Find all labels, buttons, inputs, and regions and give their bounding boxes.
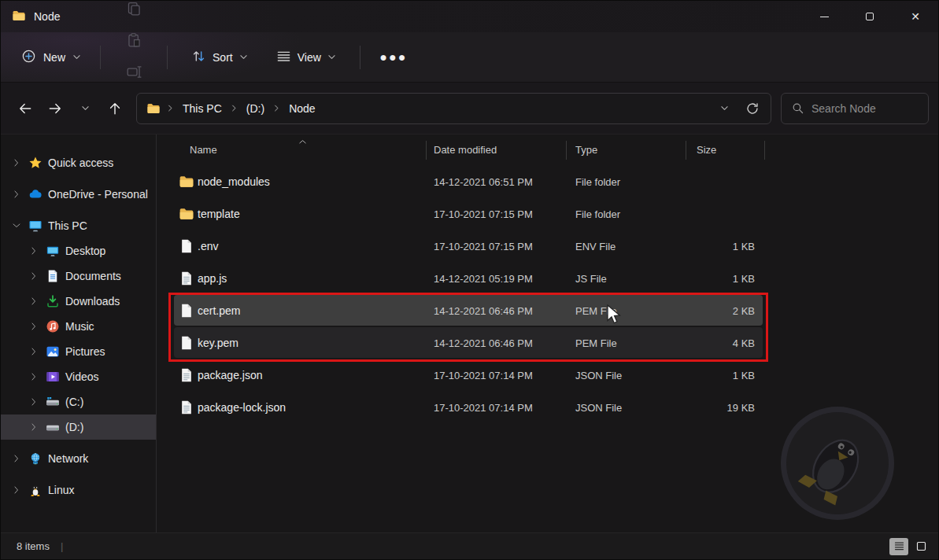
chevron-down-icon[interactable] [10,221,23,230]
chevron-down-icon [72,51,81,64]
chevron-right-icon[interactable] [10,485,23,495]
search-icon [791,101,804,115]
file-name: .env [198,240,218,252]
chevron-right-icon[interactable] [28,297,40,306]
breadcrumb-chevron-icon[interactable] [229,105,239,112]
file-row-node-modules[interactable]: node_modules14-12-2021 06:51 PMFile fold… [157,165,938,197]
file-date-modified: 14-12-2021 06:46 PM [434,337,533,348]
cloud-icon [28,187,43,201]
column-header-date-modified[interactable]: Date modified [434,144,497,156]
up-button[interactable] [100,94,130,123]
sidebar-item-network[interactable]: Network [1,446,156,471]
file-row-key-pem[interactable]: key.pem14-12-2021 06:46 PMPEM File4 KB [157,326,938,359]
breadcrumb-item[interactable]: This PC [176,98,229,119]
sidebar-item-documents[interactable]: Documents [1,263,156,289]
file-name: key.pem [198,337,238,349]
back-button[interactable] [10,94,40,123]
paste-button[interactable] [118,26,150,57]
chevron-right-icon[interactable] [10,158,23,168]
breadcrumb-item[interactable]: (D:) [239,98,272,119]
file-row--env[interactable]: .env17-10-2021 07:15 PMENV File1 KB [157,230,938,262]
sidebar-item-c[interactable]: (C:) [1,389,156,414]
folder-icon [179,206,194,222]
recent-locations-button[interactable] [70,94,100,123]
chevron-right-icon[interactable] [28,322,40,331]
new-button[interactable]: New [12,42,91,72]
chevron-right-icon[interactable] [28,422,40,432]
breadcrumb-item[interactable]: Node [282,98,322,119]
column-separator[interactable] [764,141,765,160]
file-date-modified: 17-10-2021 07:15 PM [434,208,533,219]
column-headers: NameDate modifiedTypeSize [157,134,938,165]
sidebar-item-label: Desktop [65,245,105,257]
file-row-package-json[interactable]: package.json17-10-2021 07:14 PMJSON File… [157,359,938,391]
breadcrumb-chevron-icon[interactable] [272,105,282,112]
more-options-button[interactable]: ●●● [378,42,409,73]
sidebar-item-quick-access[interactable]: Quick access [1,150,156,175]
details-view-button[interactable] [889,538,908,555]
file-type: File folder [575,175,620,187]
linux-icon [28,483,43,497]
chevron-right-icon[interactable] [28,271,40,281]
folder-icon [12,9,26,25]
column-header-name[interactable]: Name [190,144,217,156]
sidebar-item-label: Pictures [65,345,105,358]
file-size: 4 KB [660,337,755,348]
sidebar-item-desktop[interactable]: Desktop [1,238,156,263]
column-header-type[interactable]: Type [575,144,597,156]
file-row-template[interactable]: template17-10-2021 07:15 PMFile folder [157,197,938,230]
chevron-right-icon[interactable] [28,347,40,356]
column-separator[interactable] [566,141,567,160]
forward-button[interactable] [40,94,70,123]
column-separator[interactable] [686,141,686,160]
chevron-right-icon[interactable] [10,454,23,463]
file-row-app-js[interactable]: app.js14-12-2021 05:19 PMJS File1 KB [157,262,938,294]
minimize-button[interactable] [801,1,847,32]
file-size: 1 KB [660,369,755,381]
file-type: JSON File [575,401,622,413]
window-title: Node [34,10,60,23]
sidebar-item-linux[interactable]: Linux [1,477,156,503]
view-button[interactable]: View [267,42,346,72]
chevron-right-icon[interactable] [10,190,23,199]
file-text-icon [179,271,194,286]
linux-tux-watermark [781,407,894,520]
close-button[interactable]: ✕ [893,1,938,32]
sidebar-item-onedrive-personal[interactable]: OneDrive - Personal [1,182,156,207]
file-list-pane: NameDate modifiedTypeSize node_modules14… [157,134,938,532]
copy-button[interactable] [118,0,150,26]
file-row-package-lock-json[interactable]: package-lock.json17-10-2021 07:14 PMJSON… [157,391,938,423]
maximize-button[interactable] [847,1,893,32]
sidebar-item-this-pc[interactable]: This PC [1,213,156,238]
chevron-right-icon[interactable] [28,372,40,381]
search-input[interactable] [811,102,919,115]
thumbnail-view-button[interactable] [911,538,930,555]
breadcrumb-chevron-icon[interactable] [165,105,176,112]
file-name: node_modules [198,175,270,188]
file-name: cert.pem [198,304,240,317]
status-bar: 8 items | [1,532,938,559]
sidebar-item-d[interactable]: (D:) [1,414,156,440]
sidebar-item-label: OneDrive - Personal [48,188,148,201]
sidebar-item-music[interactable]: Music [1,314,156,339]
sidebar-item-videos[interactable]: Videos [1,364,156,389]
chevron-right-icon[interactable] [28,397,40,407]
sidebar-item-label: Videos [65,370,99,383]
file-type: ENV File [575,240,616,252]
chevron-right-icon[interactable] [28,246,40,256]
maximize-icon [866,13,874,20]
sidebar-item-label: Quick access [48,157,113,169]
address-dropdown-button[interactable] [711,96,738,121]
sort-button[interactable]: Sort [182,42,257,72]
file-name: package-lock.json [198,401,286,414]
sidebar-item-label: This PC [48,219,87,232]
items-count: 8 items [17,540,50,552]
sidebar-item-downloads[interactable]: Downloads [1,289,156,314]
file-row-cert-pem[interactable]: cert.pem14-12-2021 06:46 PMPEM File2 KB [157,294,938,326]
music-icon [45,319,61,333]
sidebar-item-pictures[interactable]: Pictures [1,339,156,364]
column-separator[interactable] [426,141,427,160]
refresh-button[interactable] [739,96,766,121]
address-bar[interactable]: This PC(D:)Node [136,93,771,124]
column-header-size[interactable]: Size [697,144,716,156]
